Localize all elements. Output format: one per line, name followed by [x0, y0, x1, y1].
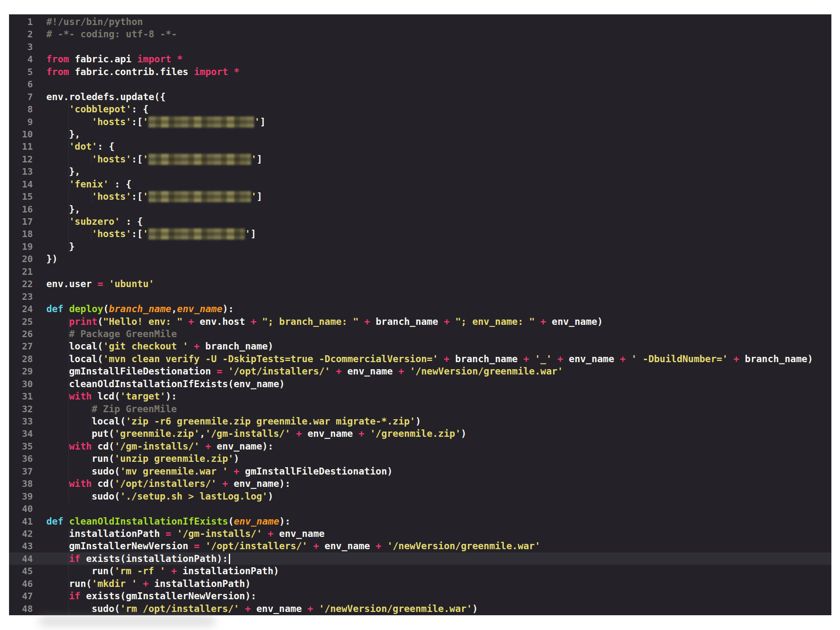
indent-guide [46, 552, 69, 565]
indent-guide [46, 203, 69, 215]
redacted-host [148, 154, 251, 165]
indent-guide [46, 190, 91, 203]
code-line[interactable]: 22env.user = 'ubuntu' [9, 278, 831, 290]
indent-guide [46, 116, 91, 128]
indent-guide [46, 240, 69, 253]
code-text: 'hosts':[''] [46, 191, 262, 202]
code-text: env.user = 'ubuntu' [46, 278, 154, 289]
code-line[interactable]: 39sudo('./setup.sh > lastLog.log') [9, 490, 831, 502]
code-line[interactable]: 32# Zip GreenMile [9, 403, 831, 415]
code-line[interactable]: 41def cleanOldInstallationIfExists(env_n… [9, 515, 831, 527]
code-line[interactable]: 11'dot': { [9, 140, 831, 153]
code-line[interactable]: 27local('git checkout ' + branch_name) [9, 340, 831, 352]
code-line[interactable]: 35with cd('/gm-installs/' + env_name): [9, 440, 831, 452]
code-text: 'hosts':[''] [46, 154, 262, 164]
code-line[interactable]: 8'cobblepot': { [9, 103, 831, 115]
code-line[interactable]: 4from fabric.api import * [9, 53, 831, 65]
code-line[interactable]: 15'hosts':[''] [9, 190, 831, 203]
code-line[interactable]: 10}, [9, 128, 831, 140]
code-line[interactable]: 5from fabric.contrib.files import * [9, 66, 831, 78]
code-line[interactable]: 29gmInstallFileDestionation = '/opt/inst… [9, 365, 831, 377]
indent-guide [46, 340, 69, 352]
code-line[interactable]: 16}, [9, 203, 831, 215]
code-text: from fabric.contrib.files import * [46, 66, 240, 77]
indent-guide [46, 140, 69, 153]
code-line[interactable]: 21 [9, 265, 831, 278]
page-background: 1#!/usr/bin/python2# -*- coding: utf-8 -… [0, 0, 840, 630]
indent-guide [46, 128, 69, 140]
code-line[interactable]: 31with lcd('target'): [9, 390, 831, 402]
code-line[interactable]: 24def deploy(branch_name,env_name): [9, 303, 831, 315]
code-text: 'dot': { [46, 141, 114, 152]
indent-guide [46, 103, 69, 115]
line-number: 1 [9, 16, 46, 28]
code-line[interactable]: 45run('rm -rf ' + installationPath) [9, 565, 831, 577]
line-number: 8 [9, 103, 46, 116]
code-text: #!/usr/bin/python [46, 16, 143, 27]
redacted-host [148, 191, 251, 202]
code-line[interactable]: 38with cd('/opt/installers/' + env_name)… [9, 477, 831, 490]
code-line[interactable]: 6 [9, 78, 831, 90]
code-line[interactable]: 17'subzero' : { [9, 215, 831, 228]
code-line[interactable]: 19} [9, 240, 831, 253]
code-line[interactable]: 42installationPath = '/gm-installs/' + e… [9, 527, 831, 540]
code-line[interactable]: 20}) [9, 253, 831, 265]
code-line[interactable]: 12'hosts':[''] [9, 153, 831, 165]
line-number: 13 [9, 166, 46, 178]
indent-guide [46, 178, 69, 190]
code-line[interactable]: 1#!/usr/bin/python [9, 16, 831, 28]
code-line[interactable]: 44if exists(installationPath): [9, 552, 831, 565]
line-number: 40 [9, 503, 46, 515]
code-text: with cd('/gm-installs/' + env_name): [46, 441, 274, 452]
code-line[interactable]: 30cleanOldInstallationIfExists(env_name) [9, 378, 831, 390]
indent-guide [46, 565, 91, 577]
code-line[interactable]: 40 [9, 502, 831, 515]
line-number: 12 [9, 153, 46, 166]
code-line[interactable]: 3 [9, 41, 831, 53]
line-number: 48 [9, 603, 46, 615]
code-line[interactable]: 33local('zip -r6 greenmile.zip greenmile… [9, 415, 831, 427]
text-cursor [229, 554, 230, 564]
indent-guide [46, 328, 69, 340]
code-line[interactable]: 7env.roledefs.update({ [9, 91, 831, 103]
indent-guide [46, 228, 91, 240]
code-line[interactable]: 13}, [9, 165, 831, 178]
code-text: def deploy(branch_name,env_name): [46, 304, 234, 314]
code-line[interactable]: 47if exists(gmInstallerNewVersion): [9, 590, 831, 602]
code-line[interactable]: 14'fenix' : { [9, 178, 831, 190]
line-number: 17 [9, 216, 46, 228]
redacted-host [148, 228, 245, 240]
code-editor[interactable]: 1#!/usr/bin/python2# -*- coding: utf-8 -… [9, 14, 831, 615]
code-text: 'hosts':[''] [46, 116, 266, 127]
line-number: 34 [9, 428, 46, 440]
code-text: 'hosts':[''] [46, 228, 256, 239]
code-text: if exists(installationPath): [46, 553, 230, 564]
line-number: 3 [9, 41, 46, 53]
code-line[interactable]: 36run('unzip greenmile.zip') [9, 452, 831, 465]
code-line[interactable]: 26# Package GreenMile [9, 328, 831, 340]
line-number: 41 [9, 516, 46, 528]
code-line[interactable]: 46run('mkdir ' + installationPath) [9, 578, 831, 590]
code-line[interactable]: 25print("Hello! env: " + env.host + "; b… [9, 315, 831, 328]
code-text: sudo('./setup.sh > lastLog.log') [46, 491, 274, 502]
line-number: 7 [9, 91, 46, 103]
screenshot-shadow [39, 616, 215, 625]
code-text: }) [46, 253, 58, 264]
line-number: 32 [9, 403, 46, 415]
line-number: 25 [9, 316, 46, 328]
line-number: 6 [9, 78, 46, 91]
code-text: gmInstallerNewVersion = '/opt/installers… [46, 541, 541, 551]
code-text: }, [46, 204, 80, 215]
indent-guide [46, 590, 69, 602]
code-line[interactable]: 34put('greenmile.zip','/gm-installs/' + … [9, 427, 831, 440]
code-line[interactable]: 2# -*- coding: utf-8 -*- [9, 28, 831, 40]
code-line[interactable]: 28local('mvn clean verify -U -DskipTests… [9, 353, 831, 365]
code-line[interactable]: 9'hosts':[''] [9, 116, 831, 128]
code-line[interactable]: 18'hosts':[''] [9, 228, 831, 240]
code-line[interactable]: 48sudo('rm /opt/installers/' + env_name … [9, 603, 831, 615]
code-line[interactable]: 43gmInstallerNewVersion = '/opt/installe… [9, 540, 831, 552]
line-number: 45 [9, 565, 46, 578]
indent-guide [46, 540, 69, 552]
code-line[interactable]: 23 [9, 290, 831, 303]
code-line[interactable]: 37sudo('mv greenmile.war ' + gmInstallFi… [9, 465, 831, 477]
